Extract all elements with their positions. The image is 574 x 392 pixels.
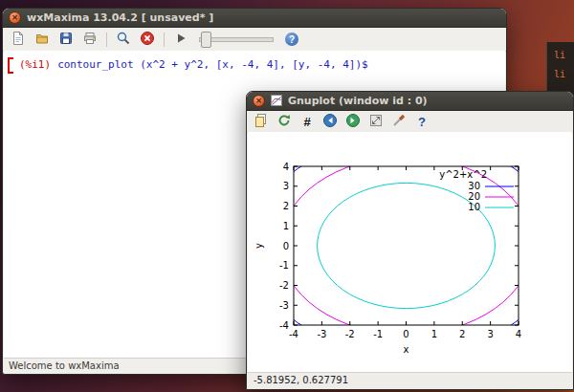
cell-bracket[interactable]	[8, 57, 13, 74]
gnuplot-app-icon	[271, 92, 282, 110]
search-icon	[116, 31, 131, 49]
x-tick-label: 2	[459, 329, 465, 339]
toggle-grid-button[interactable]: #	[298, 113, 317, 131]
legend-title: y^2+x^2	[439, 169, 487, 180]
contour-plot-canvas[interactable]: -4-3-2-101234-4-3-2-101234xyy^2+x^230201…	[248, 132, 572, 373]
gnuplot-toolbar: # ?	[247, 111, 573, 133]
printer-icon	[82, 31, 98, 49]
play-icon	[173, 31, 188, 49]
y-tick-label: 4	[283, 162, 289, 172]
animation-slider[interactable]	[199, 32, 274, 47]
gnuplot-plot-area: -4-3-2-101234-4-3-2-101234xyy^2+x^230201…	[248, 132, 572, 373]
x-tick-label: 4	[516, 329, 521, 339]
interrupt-button[interactable]	[137, 30, 158, 49]
help-button[interactable]: ?	[281, 30, 302, 49]
y-tick-label: -4	[279, 320, 289, 331]
y-tick-label: 0	[283, 241, 289, 251]
play-animation-button[interactable]	[170, 30, 191, 49]
x-axis-label: x	[404, 344, 409, 355]
gnuplot-titlebar[interactable]: × Gnuplot (window id : 0)	[247, 92, 573, 111]
x-tick-label: -2	[345, 329, 355, 339]
desktop: li li × wxMaxima 13.04.2 [ unsaved* ]	[0, 0, 574, 392]
input-code[interactable]: contour_plot (x^2 + y^2, [x, -4, 4], [y,…	[57, 58, 368, 71]
wxmaxima-toolbar: ?	[3, 28, 506, 52]
open-folder-icon	[34, 31, 50, 49]
y-tick-label: -2	[279, 280, 289, 291]
x-tick-label: 0	[403, 329, 408, 339]
refresh-icon	[276, 113, 292, 131]
help-icon: ?	[418, 116, 426, 128]
gnuplot-help-button[interactable]: ?	[412, 113, 431, 131]
input-line[interactable]: (%i1)contour_plot (x^2 + y^2, [x, -4, 4]…	[19, 58, 505, 71]
background-app-text: li	[547, 50, 574, 60]
save-floppy-icon	[58, 31, 74, 49]
close-button[interactable]: ×	[253, 95, 265, 107]
new-document-icon	[11, 31, 26, 49]
y-tick-label: -3	[279, 300, 289, 311]
y-tick-label: 3	[283, 181, 289, 191]
copy-icon	[254, 113, 269, 131]
y-tick-label: 2	[283, 201, 289, 211]
wxmaxima-titlebar[interactable]: × wxMaxima 13.04.2 [ unsaved* ]	[3, 9, 506, 28]
legend-entry-label: 10	[468, 202, 480, 212]
input-cell: (%i1)contour_plot (x^2 + y^2, [x, -4, 4]…	[4, 51, 505, 71]
gnuplot-window: × Gnuplot (window id : 0) #	[246, 91, 574, 390]
x-tick-label: -3	[317, 329, 326, 339]
zoom-previous-icon	[322, 113, 338, 131]
copy-to-clipboard-button[interactable]	[252, 113, 271, 131]
find-button[interactable]	[113, 30, 134, 49]
help-icon: ?	[285, 33, 298, 46]
slider-handle[interactable]	[201, 32, 211, 48]
legend-entry-label: 20	[468, 191, 480, 202]
screwdriver-icon	[391, 113, 407, 131]
x-tick-label: 1	[431, 329, 437, 339]
replot-button[interactable]	[275, 113, 294, 131]
background-app-text: li	[547, 69, 574, 79]
zoom-previous-button[interactable]	[320, 113, 340, 131]
open-button[interactable]	[32, 30, 53, 49]
zoom-next-icon	[345, 113, 361, 131]
close-button[interactable]: ×	[9, 11, 21, 24]
new-document-button[interactable]	[8, 30, 29, 49]
zoom-next-button[interactable]	[343, 113, 363, 131]
print-button[interactable]	[79, 30, 100, 49]
x-tick-label: -4	[289, 329, 298, 339]
stop-icon	[140, 31, 155, 49]
x-tick-label: 3	[487, 329, 493, 339]
plot-border	[294, 166, 519, 325]
grid-icon: #	[303, 116, 310, 128]
x-tick-label: -1	[373, 329, 383, 339]
input-prompt: (%i1)	[19, 58, 51, 71]
gnuplot-window-title: Gnuplot (window id : 0)	[288, 95, 428, 107]
contour-level-20	[280, 157, 532, 335]
y-axis-label: y	[254, 243, 264, 249]
save-button[interactable]	[55, 30, 77, 49]
wxmaxima-window-title: wxMaxima 13.04.2 [ unsaved* ]	[27, 11, 213, 24]
toolbar-separator	[106, 33, 107, 47]
legend-entry-label: 30	[468, 181, 480, 191]
autoscale-button[interactable]	[366, 113, 386, 131]
y-tick-label: -1	[279, 260, 289, 271]
toolbar-separator	[164, 33, 165, 47]
gnuplot-statusbar: -5.81952, 0.627791	[248, 372, 572, 388]
settings-button[interactable]	[389, 113, 408, 131]
y-tick-label: 1	[283, 221, 289, 231]
autoscale-icon	[368, 113, 384, 131]
